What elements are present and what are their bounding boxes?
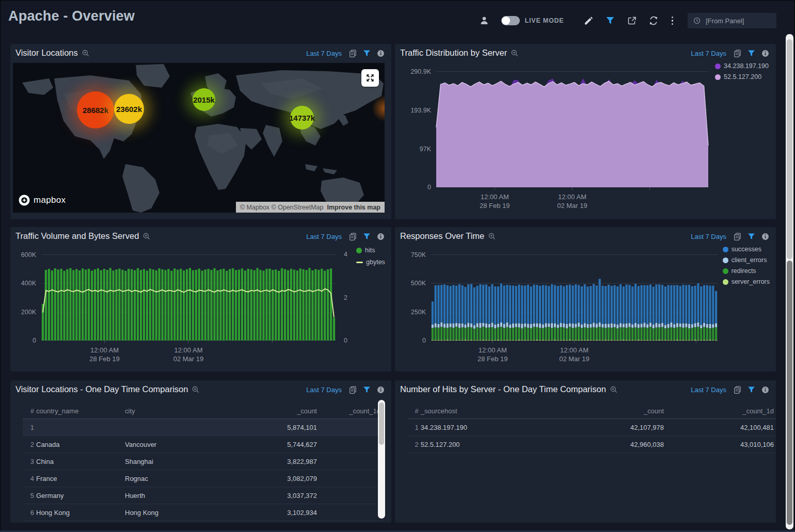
zoom-in-icon[interactable]: [488, 232, 496, 240]
time-range-label[interactable]: Last 7 Days: [306, 386, 342, 394]
user-icon[interactable]: [479, 15, 489, 26]
table-cell: 52.5.127.200: [421, 436, 601, 453]
live-mode-toggle[interactable]: [501, 16, 520, 25]
x-axis-label: 12:00 AM28 Feb 19: [458, 192, 531, 210]
column-header[interactable]: country_name: [36, 403, 125, 419]
table-cell: [319, 419, 383, 436]
zoom-in-icon[interactable]: [192, 385, 200, 394]
copy-icon[interactable]: [733, 232, 742, 241]
mapbox-logo[interactable]: mapbox: [18, 194, 66, 206]
table-row: 5GermanyHuerth3,037,372: [23, 487, 383, 504]
time-range-label[interactable]: Last 7 Days: [691, 50, 726, 57]
table-cell: [319, 487, 383, 504]
y-axis-label: 0: [14, 336, 36, 345]
legend-item[interactable]: redirects: [723, 267, 770, 275]
table-cell: [125, 419, 250, 436]
copy-icon[interactable]: [733, 385, 742, 394]
filter-icon[interactable]: [362, 385, 371, 394]
legend-item[interactable]: 34.238.197.190: [715, 62, 769, 70]
x-axis-label: 12:00 AM02 Mar 19: [152, 346, 225, 363]
table-cell: [319, 470, 383, 487]
responses-chart[interactable]: 0250K500K750K12:00 AM28 Feb 1912:00 AM02…: [400, 254, 741, 365]
column-header[interactable]: #: [23, 403, 36, 419]
filter-icon[interactable]: [362, 49, 371, 58]
y-axis-label: 600K: [14, 251, 36, 259]
copy-icon[interactable]: [348, 385, 357, 394]
traffic-distribution-chart[interactable]: 097K193.9K290.9K12:00 AM28 Feb 1912:00 A…: [404, 71, 735, 213]
map-bubble[interactable]: 2015k: [193, 88, 215, 111]
legend-item[interactable]: hits: [356, 247, 385, 254]
column-header[interactable]: _count: [250, 403, 319, 419]
zoom-in-icon[interactable]: [511, 49, 519, 57]
table-row: 15,874,101: [23, 419, 383, 436]
filter-icon[interactable]: [362, 232, 371, 241]
legend-item[interactable]: server_errors: [723, 278, 770, 285]
map-expand-button[interactable]: [361, 69, 379, 87]
live-mode-label: LIVE MODE: [525, 17, 564, 24]
copy-icon[interactable]: [733, 49, 742, 58]
page-scrollbar-thumb-lower[interactable]: [787, 261, 792, 525]
visitor-locations-table: #country_namecity_count_count_1d15,874,1…: [23, 403, 383, 521]
info-icon[interactable]: [761, 385, 770, 394]
legend-item[interactable]: gbytes: [356, 259, 385, 266]
panel-hits-table: Number of Hits by Server - One Day Time …: [395, 380, 776, 523]
y-axis-label: 750K: [400, 251, 426, 259]
copy-icon[interactable]: [348, 232, 357, 241]
filter-icon[interactable]: [747, 232, 756, 241]
legend-item[interactable]: successes: [723, 246, 770, 253]
map-bubble[interactable]: 14737k: [290, 106, 314, 130]
more-options-icon[interactable]: [672, 17, 674, 25]
page-scrollbar-thumb-upper[interactable]: [787, 39, 792, 259]
info-icon[interactable]: [376, 49, 385, 58]
table-cell: 5,874,101: [250, 419, 319, 436]
table-scrollbar-track[interactable]: [378, 400, 385, 519]
time-range-label[interactable]: Last 7 Days: [306, 50, 342, 57]
info-icon[interactable]: [761, 232, 770, 241]
refresh-icon[interactable]: [648, 15, 659, 26]
column-header[interactable]: _count: [601, 403, 666, 419]
zoom-in-icon[interactable]: [82, 49, 90, 57]
copy-icon[interactable]: [348, 49, 357, 58]
share-icon[interactable]: [627, 15, 637, 26]
panel-responses: Responses Over Time Last 7 Days successe…: [395, 227, 776, 372]
legend-item[interactable]: client_errors: [723, 256, 770, 264]
map-continents: [13, 63, 385, 213]
traffic-volume-chart[interactable]: 0024200K400K600K12:00 AM28 Feb 1912:00 A…: [14, 254, 376, 365]
zoom-in-icon[interactable]: [142, 232, 151, 240]
traffic_distribution-plot[interactable]: [436, 71, 708, 190]
table-header-row: #country_namecity_count_count_1d: [23, 403, 383, 419]
time-range-input[interactable]: [From Panel]: [688, 13, 776, 28]
column-header[interactable]: _count_1d: [319, 403, 383, 419]
column-header[interactable]: _count_1d: [666, 403, 776, 419]
table-row: 6Hong KongHong Kong3,102,934: [23, 504, 383, 521]
filter-icon[interactable]: [747, 385, 756, 394]
improve-map-link[interactable]: Improve this map: [327, 204, 381, 211]
table-cell: 2: [407, 436, 421, 453]
x-axis-label: 12:00 AM28 Feb 19: [456, 346, 529, 363]
info-icon[interactable]: [376, 232, 385, 241]
table-cell: 42,100,481: [666, 419, 776, 436]
column-header[interactable]: #: [407, 403, 421, 419]
column-header[interactable]: _sourcehost: [421, 403, 601, 419]
map-bubble[interactable]: 23602k: [114, 94, 144, 124]
time-range-label[interactable]: Last 7 Days: [306, 233, 342, 240]
time-range-label[interactable]: Last 7 Days: [691, 386, 726, 394]
info-icon[interactable]: [376, 385, 385, 394]
filter-icon[interactable]: [747, 49, 756, 58]
y-axis-label: 400K: [14, 279, 36, 287]
world-map[interactable]: 28682k 23602k 2015k 14737k mapbox © Mapb…: [13, 63, 385, 213]
filter-icon[interactable]: [605, 15, 615, 26]
column-header[interactable]: city: [125, 403, 250, 419]
info-icon[interactable]: [761, 49, 770, 58]
y-axis-label: 200K: [14, 308, 36, 316]
time-range-label[interactable]: Last 7 Days: [691, 233, 726, 240]
traffic_volume-plot[interactable]: [41, 254, 336, 344]
table-header-row: #_sourcehost_count_count_1d: [407, 403, 776, 419]
responses_over_time-plot[interactable]: [431, 254, 718, 344]
right-y-axis-label: 0: [344, 336, 359, 345]
legend-item[interactable]: 52.5.127.200: [715, 73, 769, 80]
table-scrollbar-thumb[interactable]: [379, 402, 384, 445]
map-bubble[interactable]: 28682k: [77, 91, 114, 128]
zoom-in-icon[interactable]: [610, 385, 618, 394]
edit-pencil-icon[interactable]: [583, 15, 594, 26]
